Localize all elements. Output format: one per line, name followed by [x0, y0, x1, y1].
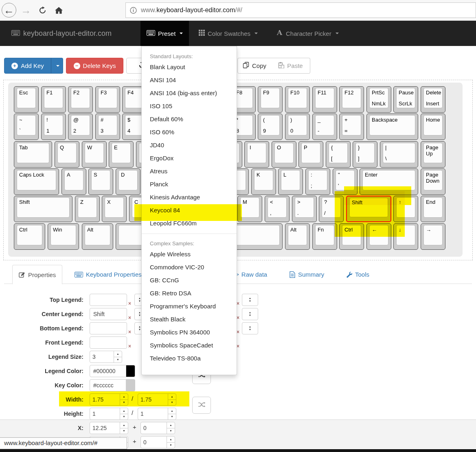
key-space[interactable]: #3 [95, 114, 120, 140]
preset-item-apple-wireless[interactable]: Apple Wireless [142, 248, 237, 261]
key-space[interactable]: >. [292, 196, 317, 222]
bottom-legend-input[interactable] [90, 322, 127, 334]
stepper-arrows-icon[interactable]: ▲▼ [120, 394, 128, 405]
preset-item-leopold-fc660m[interactable]: Leopold FC660m [142, 217, 237, 230]
height2-input[interactable] [138, 408, 168, 419]
key-color-input[interactable] [90, 379, 126, 391]
brand[interactable]: keyboard-layout-editor.com [11, 21, 112, 46]
key-l[interactable]: L [278, 168, 303, 195]
key-m[interactable]: M [237, 196, 262, 222]
key-alt[interactable]: Alt [82, 223, 113, 250]
clear-icon[interactable]: × [128, 301, 131, 306]
key-f12[interactable]: F12 [339, 86, 364, 113]
preset-item-blank-layout[interactable]: Blank Layout [142, 61, 237, 74]
preset-item-televideo-ts-800a[interactable]: Televideo TS-800a [142, 352, 237, 365]
home-icon[interactable] [51, 3, 66, 17]
preset-item-kinesis-advantage[interactable]: Kinesis Advantage [142, 191, 237, 204]
key-e[interactable]: E [109, 141, 134, 168]
key-i[interactable]: I [244, 141, 269, 168]
key-space[interactable]: ↓ [393, 223, 418, 250]
stepper-arrows-icon[interactable]: ▲▼ [120, 408, 128, 419]
height-input[interactable] [90, 408, 120, 419]
stepper-arrows-icon[interactable]: ▲▼ [120, 422, 128, 434]
key-z[interactable]: Z [75, 196, 100, 222]
key-space[interactable]: ← [366, 223, 391, 250]
tab-keyboard-properties[interactable]: Keyboard Properties [68, 265, 148, 284]
legend-color-input[interactable] [90, 365, 126, 377]
paste-button[interactable]: Paste [271, 58, 310, 74]
x-stepper[interactable]: ▲▼ [90, 422, 128, 434]
key-space[interactable]: |\ [380, 141, 418, 168]
key-alt[interactable]: Alt [285, 223, 310, 250]
height-stepper[interactable]: ▲▼ [90, 408, 128, 420]
x2-input[interactable] [141, 422, 167, 434]
key-space[interactable]: ~` [14, 114, 39, 140]
stepper-arrows-icon[interactable]: ▲▼ [167, 422, 175, 434]
key-a[interactable]: A [61, 168, 86, 195]
clear-icon[interactable]: × [128, 343, 131, 349]
legend-color-swatch[interactable] [126, 365, 135, 377]
key-f11[interactable]: F11 [312, 86, 337, 113]
preset-item-symbolics-pn-364000[interactable]: Symbolics PN 364000 [142, 326, 237, 339]
key-win[interactable]: Win [48, 223, 79, 250]
key-space[interactable]: }] [353, 141, 377, 168]
bottom-legend-right-stepper[interactable]: ▲▼ [242, 322, 258, 334]
menu-color-swatches[interactable]: Color Swatches [193, 21, 264, 46]
swap-size-button[interactable] [192, 397, 211, 414]
key-f9[interactable]: F9 [258, 86, 283, 113]
clear-icon[interactable]: × [128, 315, 131, 321]
stepper-arrows-icon[interactable]: ▲▼ [114, 351, 122, 362]
width-stepper[interactable]: ▲▼ [90, 393, 128, 406]
key-pause[interactable]: PauseScrLk [393, 86, 418, 113]
key-ctrl[interactable]: Ctrl [339, 223, 364, 250]
x2-stepper[interactable]: ▲▼ [140, 422, 175, 434]
width2-stepper[interactable]: ▲▼ [138, 393, 176, 406]
add-key-button[interactable]: + Add Key [4, 58, 51, 74]
key-caps-lock[interactable]: Caps Lock [14, 168, 59, 195]
y2-stepper[interactable]: ▲▼ [140, 436, 175, 448]
tab-tools[interactable]: Tools [340, 265, 375, 284]
center-legend-input[interactable] [90, 308, 127, 320]
preset-item-ansi-104-big-ass-enter[interactable]: ANSI 104 (big-ass enter) [142, 87, 237, 100]
preset-item-default-60[interactable]: Default 60% [142, 113, 237, 126]
key-d[interactable]: D [116, 168, 140, 195]
width-input[interactable] [90, 394, 120, 405]
clear-icon[interactable]: × [237, 329, 239, 335]
key-space[interactable]: += [339, 114, 364, 140]
key-f10[interactable]: F10 [285, 86, 310, 113]
height2-stepper[interactable]: ▲▼ [138, 408, 176, 420]
preset-item-stealth-black[interactable]: Stealth Black [142, 313, 237, 326]
preset-item-jd40[interactable]: JD40 [142, 139, 237, 152]
key-space[interactable]: (9 [258, 114, 283, 140]
key-shift[interactable]: Shift [14, 196, 72, 222]
key-delete[interactable]: DeleteInsert [421, 86, 445, 113]
preset-item-commodore-vic-20[interactable]: Commodore VIC-20 [142, 261, 237, 274]
preset-item-keycool-84[interactable]: Keycool 84 [142, 204, 237, 217]
key-space[interactable]: "' [333, 168, 358, 195]
key-w[interactable]: W [82, 141, 107, 168]
preset-item-ergodox[interactable]: ErgoDox [142, 152, 237, 165]
key-s[interactable]: S [88, 168, 113, 195]
x-input[interactable] [90, 422, 120, 434]
stepper-arrows-icon[interactable]: ▲▼ [168, 408, 176, 419]
legend-size-stepper[interactable]: ▲▼ [90, 351, 122, 363]
key-o[interactable]: O [272, 141, 296, 168]
key-f3[interactable]: F3 [95, 86, 120, 113]
key-page-up[interactable]: Page Up [421, 141, 445, 168]
key-space[interactable]: ↑ [393, 196, 418, 222]
copy-button[interactable]: Copy [237, 58, 272, 74]
preset-item-planck[interactable]: Planck [142, 178, 237, 191]
key-k[interactable]: K [251, 168, 276, 195]
preset-item-programmer-s-keyboard[interactable]: Programmer's Keyboard [142, 300, 237, 313]
stepper-arrows-icon[interactable]: ▲▼ [168, 394, 176, 405]
y2-input[interactable] [141, 437, 167, 448]
clear-icon[interactable]: × [128, 329, 131, 335]
preset-item-iso-105[interactable]: ISO 105 [142, 100, 237, 113]
width2-input[interactable] [138, 394, 168, 405]
preset-item-atreus[interactable]: Atreus [142, 165, 237, 178]
stepper-arrows-icon[interactable]: ▲▼ [167, 437, 175, 448]
delete-keys-button[interactable]: − Delete Keys [66, 58, 123, 74]
key-fn[interactable]: Fn [312, 223, 337, 250]
key-end[interactable]: End [421, 196, 445, 222]
key-esc[interactable]: Esc [14, 86, 39, 113]
